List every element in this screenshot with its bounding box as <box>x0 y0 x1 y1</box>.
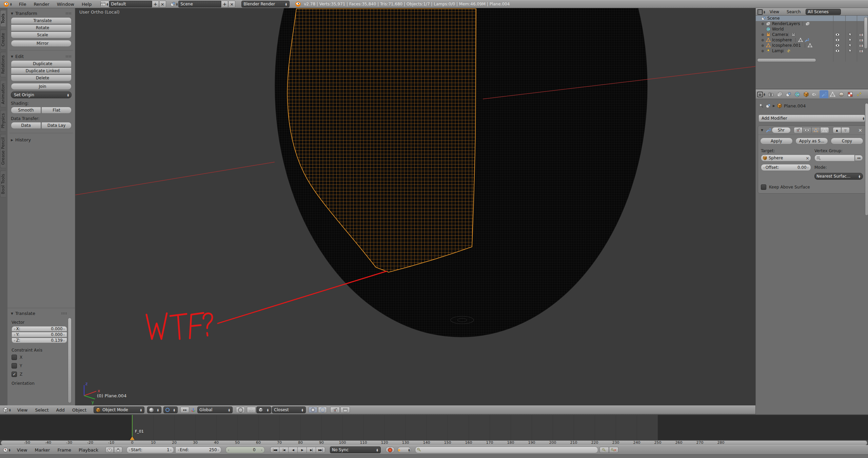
transform-panel-header[interactable]: ▼Transform <box>11 11 72 16</box>
opengl-render-button[interactable] <box>330 407 340 413</box>
modifier-render-toggle[interactable] <box>794 127 803 133</box>
outliner-v-scrollbar[interactable] <box>864 17 868 49</box>
target-clear-button[interactable]: × <box>806 156 809 161</box>
outliner-row-renderlayers[interactable]: ⊕RenderLayers| <box>756 21 868 26</box>
shelf-tab-grease-pencil[interactable]: Grease Pencil <box>0 134 6 168</box>
layout-selector[interactable]: Default <box>109 1 152 7</box>
operator-panel-header[interactable]: ▼Translate <box>11 311 72 316</box>
timeline-track[interactable]: F_01 <box>0 415 868 440</box>
rotate-button[interactable]: Rotate <box>11 24 72 31</box>
vertex-group-invert-button[interactable]: ↔ <box>855 155 863 161</box>
viewport-menu-view[interactable]: View <box>14 407 32 413</box>
timeline-menu-view[interactable]: View <box>13 447 31 453</box>
frame-decrease-arrow[interactable]: ‹ <box>227 448 230 452</box>
shelf-tab-animation[interactable]: Animation <box>0 80 6 107</box>
viewport-menu-select[interactable]: Select <box>31 407 52 413</box>
sync-dropdown[interactable]: No Sync ▲▼ <box>330 446 381 453</box>
manipulator-toggle[interactable]: ↔ <box>180 407 189 413</box>
end-increase-arrow[interactable]: › <box>217 448 220 452</box>
offset-decrease-arrow[interactable]: ‹ <box>763 165 765 170</box>
timeline-menu-playback[interactable]: Playback <box>75 447 102 453</box>
snap-target-dropdown[interactable]: Closest ▲▼ <box>272 406 306 413</box>
modifier-cage-toggle[interactable] <box>820 127 829 133</box>
panel-grip[interactable] <box>65 12 72 15</box>
selectability-toggle[interactable] <box>848 43 852 47</box>
mode-dropdown-shrinkwrap[interactable]: Nearest Surfac... ▲▼ <box>814 173 863 180</box>
vector-field-z[interactable]: ‹Z:0.139› <box>12 338 67 343</box>
tool-shelf-scrollbar[interactable] <box>68 318 72 403</box>
constraint-axis-checkbox-y[interactable] <box>12 363 17 369</box>
duplicate-linked-button[interactable]: Duplicate Linked <box>11 67 72 74</box>
outliner-row-icosphere-001[interactable]: ⊕Icosphere.001| <box>756 43 868 48</box>
viewport-shading-dropdown[interactable]: ▲▼ <box>147 406 161 413</box>
properties-tab-data[interactable] <box>828 90 837 98</box>
modifier-move-down-button[interactable]: ▽ <box>841 127 850 133</box>
expand-icon[interactable]: ⊕ <box>761 22 764 26</box>
shelf-tab-tools[interactable]: Tools <box>0 10 6 27</box>
expand-icon[interactable]: ⊕ <box>761 49 764 53</box>
playback-jump-to-next-keyframe[interactable]: ▶| <box>307 447 316 453</box>
copy-button[interactable]: Copy <box>831 138 863 144</box>
renderability-toggle[interactable] <box>859 38 864 42</box>
menu-file[interactable]: File <box>15 2 30 7</box>
delete-keyframe-button[interactable]: × <box>609 447 618 453</box>
timeline-menu-marker[interactable]: Marker <box>31 447 54 453</box>
orientation-dropdown[interactable]: Global ▲▼ <box>197 406 233 413</box>
snap-toggle[interactable] <box>247 407 256 413</box>
outliner-row-icosphere[interactable]: ⊕Icosphere| <box>756 37 868 43</box>
properties-tab-modifiers[interactable] <box>820 90 828 98</box>
renderability-toggle[interactable] <box>859 43 864 48</box>
add-modifier-dropdown[interactable]: Add Modifier ▲▼ <box>758 115 865 122</box>
outliner-menu-view[interactable]: View <box>766 9 783 14</box>
outliner-row-camera[interactable]: ⊕Camera| <box>756 32 868 37</box>
mirror-button[interactable]: Mirror <box>11 40 72 47</box>
vector-field-x[interactable]: ‹X:0.000› <box>12 326 67 332</box>
timeline-menu-frame[interactable]: Frame <box>54 447 75 453</box>
end-decrease-arrow[interactable]: ‹ <box>177 448 180 452</box>
panel-grip[interactable] <box>61 312 67 315</box>
manipulate-centers-button[interactable] <box>318 407 327 413</box>
properties-editor-selector[interactable]: ▲▼ <box>757 92 766 97</box>
scale-button[interactable]: Scale <box>11 32 72 38</box>
panel-grip[interactable] <box>65 55 72 58</box>
properties-tab-particles[interactable] <box>855 90 864 98</box>
mode-dropdown[interactable]: Object Mode ▲▼ <box>94 406 144 413</box>
constraint-axis-checkbox-x[interactable] <box>12 355 17 360</box>
modifier-move-up-button[interactable]: ▲ <box>833 127 841 133</box>
playback-jump-to-start[interactable]: |◀◀ <box>270 447 279 453</box>
visibility-toggle[interactable] <box>835 48 840 53</box>
app-menu-button[interactable]: ▲▼ <box>3 1 13 7</box>
properties-tab-scene[interactable] <box>784 90 793 98</box>
modifier-editmode-toggle[interactable] <box>811 127 820 133</box>
translate-button[interactable]: Translate <box>11 17 72 24</box>
outliner-menu-search[interactable]: Search <box>783 9 804 14</box>
viewport-menu-add[interactable]: Add <box>53 407 68 413</box>
viewport-3d[interactable]: z x y User Ortho (Local) (0) Plane.004 <box>75 8 755 405</box>
keying-set-field[interactable] <box>415 446 598 453</box>
history-panel-header[interactable]: ▶History <box>11 137 72 142</box>
viewport-menu-object[interactable]: Object <box>68 407 90 413</box>
properties-tab-world[interactable] <box>793 90 802 98</box>
visibility-toggle[interactable] <box>835 32 840 37</box>
properties-scrollbar[interactable] <box>865 103 868 216</box>
opengl-render-anim-button[interactable] <box>340 407 350 413</box>
apply-as-shapekey-button[interactable]: Apply as S... <box>795 138 828 144</box>
autokey-mode-button[interactable]: ◆▲▼ <box>397 447 411 453</box>
start-increase-arrow[interactable]: › <box>170 448 172 452</box>
outliner-editor-selector[interactable]: ▲▼ <box>757 9 766 15</box>
modifier-delete-button[interactable]: × <box>858 127 862 133</box>
start-frame-field[interactable]: ‹ Start: 1 › <box>126 446 174 453</box>
decrease-arrow[interactable]: ‹ <box>13 338 16 343</box>
layout-icon-button[interactable]: ▲▼ <box>100 1 109 7</box>
manipulator-axes-icon[interactable] <box>191 407 196 413</box>
offset-field[interactable]: ‹ Offset: 0.00 › <box>761 164 811 171</box>
expand-icon[interactable]: ⊕ <box>761 44 764 47</box>
start-decrease-arrow[interactable]: ‹ <box>128 448 131 452</box>
menu-window[interactable]: Window <box>53 2 78 7</box>
target-field[interactable]: Sphere × <box>761 155 811 161</box>
properties-tab-layers[interactable] <box>775 90 784 98</box>
snap-align-button[interactable] <box>309 407 317 413</box>
modifier-expand-toggle[interactable]: ▼ <box>761 128 763 132</box>
marker-triangle[interactable] <box>130 436 135 440</box>
keep-above-surface-checkbox[interactable] <box>761 184 766 190</box>
